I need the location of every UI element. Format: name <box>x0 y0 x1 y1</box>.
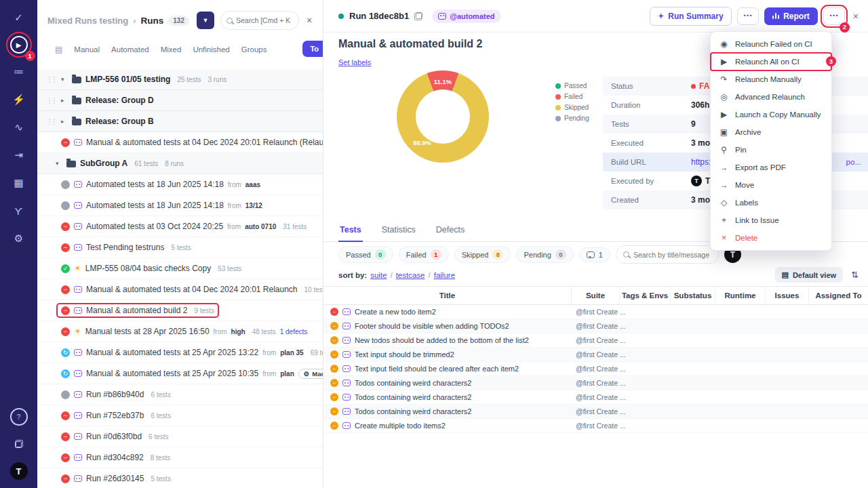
run-list-item[interactable]: ✓☀LMP-555 08/04 basic checks Copy53 test… <box>37 258 323 279</box>
run-list-item[interactable]: −Manual & automated tests at 04 Dec 2024… <box>37 132 323 153</box>
checklist-icon[interactable]: ≔ <box>9 62 28 81</box>
run-list-item[interactable]: −Manual & automated tests at 04 Dec 2024… <box>37 279 323 300</box>
test-row[interactable]: −Todos containing weird characters2@firs… <box>323 405 868 419</box>
menu-item-pin[interactable]: ⚲Pin <box>711 141 831 159</box>
run-list-item[interactable]: Automated tests at 18 Jun 2025 14:18from… <box>37 174 323 195</box>
menu-item-export-pdf[interactable]: →Export as PDF <box>711 159 831 176</box>
run-summary-button[interactable]: Run Summary <box>650 7 731 26</box>
settings-icon[interactable]: ⚙ <box>9 229 28 248</box>
filter-chip-failed[interactable]: Failed1 <box>399 246 449 263</box>
close-run-button[interactable]: × <box>853 11 859 22</box>
menu-item-move[interactable]: →Move <box>711 176 831 194</box>
runs-tab-unfinished[interactable]: Unfinished <box>193 45 229 54</box>
user-avatar[interactable]: T <box>10 462 28 480</box>
run-list-item[interactable]: ↻Manual & automated tests at 25 Apr 2025… <box>37 363 323 384</box>
test-row[interactable]: −Create a new todo item2@first Create ..… <box>323 305 868 319</box>
more-menu-button[interactable]: ⋯ 2 <box>823 7 845 25</box>
tests-search[interactable] <box>616 245 719 264</box>
set-labels-link[interactable]: Set labels <box>338 58 371 66</box>
detail-value-link[interactable]: po... <box>846 158 861 166</box>
runs-tab-groups[interactable]: Groups <box>241 45 267 54</box>
run-list-item[interactable]: ↻Manual & automated tests at 25 Apr 2025… <box>37 342 323 363</box>
run-list-item[interactable]: Automated tests at 18 Jun 2025 14:18from… <box>37 195 323 216</box>
group-row[interactable]: ⋮⋮▾LMP-556 01/05 testing25 tests3 runs <box>37 69 323 90</box>
run-list-item[interactable]: −Run #0d63f0bd6 tests <box>37 426 323 447</box>
drag-handle-icon[interactable]: ⋮⋮ <box>46 118 56 125</box>
group-row[interactable]: ⋮⋮▸Release: Group B <box>37 111 323 132</box>
column-header-substatus[interactable]: Substatus <box>671 287 715 304</box>
run-list-item[interactable]: −Manual & automated build 29 tests <box>37 300 323 321</box>
comments-filter-chip[interactable]: 1 <box>579 247 610 262</box>
test-row[interactable]: −Footer should be visible when adding TO… <box>323 319 868 333</box>
run-list-item[interactable]: −☀Manual tests at 28 Apr 2025 16:50fromh… <box>37 321 323 342</box>
menu-item-link-to-issue[interactable]: +Link to Issue <box>711 211 831 229</box>
column-header-tags-envs[interactable]: Tags & Envs <box>620 287 671 304</box>
breadcrumb-project[interactable]: Mixed Runs testing <box>47 16 128 26</box>
chevron-right-icon[interactable]: ▸ <box>61 118 68 125</box>
column-header-suite[interactable]: Suite <box>572 287 620 304</box>
column-header-assigned-to[interactable]: Assigned To <box>809 287 868 304</box>
group-row[interactable]: ⋮⋮▸Release: Group D <box>37 90 323 111</box>
filter-chip-skipped[interactable]: Skipped8 <box>454 246 511 263</box>
tab-tests[interactable]: Tests <box>338 222 363 242</box>
defects-count[interactable]: 1 defects <box>280 328 308 336</box>
chevron-down-icon[interactable]: ▾ <box>56 160 62 167</box>
copy-run-id-button[interactable] <box>414 12 422 20</box>
runs-play-icon[interactable]: ▶1 <box>10 36 28 54</box>
column-header-title[interactable]: Title <box>323 287 572 304</box>
runs-tab-automated[interactable]: Automated <box>111 45 149 54</box>
default-view-button[interactable]: ▤ Default view <box>775 267 844 283</box>
run-list-item[interactable]: −Run #d304c8928 tests <box>37 447 323 468</box>
runs-search-input[interactable] <box>236 16 293 24</box>
group-row[interactable]: ▾SubGroup A61 tests8 runs <box>37 153 323 174</box>
menu-item-delete[interactable]: ×Delete <box>711 229 831 247</box>
column-header-issues[interactable]: Issues <box>766 287 809 304</box>
test-row[interactable]: −Todos containing weird characters2@firs… <box>323 390 868 405</box>
more-actions-button[interactable]: ⋯ <box>737 7 759 25</box>
tab-cut[interactable]: To <box>302 41 323 57</box>
menu-item-relaunch-all-ci[interactable]: ▶Relaunch All on CI3 <box>711 53 831 70</box>
tab-statistics[interactable]: Statistics <box>380 222 417 241</box>
drag-handle-icon[interactable]: ⋮⋮ <box>46 97 56 104</box>
analytics-icon[interactable]: ▦ <box>9 174 28 192</box>
test-row[interactable]: −Todos containing weird characters2@firs… <box>323 376 868 390</box>
test-row[interactable]: −Text input should be trimmed2@first Cre… <box>323 348 868 362</box>
test-row[interactable]: −Create multiple todo items2@first Creat… <box>323 419 868 433</box>
menu-item-labels[interactable]: ◇Labels <box>711 194 831 211</box>
drag-handle-icon[interactable]: ⋮⋮ <box>46 76 56 83</box>
run-list-item[interactable]: −Test Pending testruns5 tests <box>37 237 323 258</box>
filter-chip-pending[interactable]: Pending0 <box>516 246 573 263</box>
run-list-item[interactable]: −Automated tests at 03 Oct 2024 20:25fro… <box>37 216 323 237</box>
run-list-item[interactable]: −Run #752eb37b6 tests <box>37 405 323 426</box>
sort-by-failure[interactable]: failure <box>434 271 455 279</box>
runs-search[interactable] <box>220 11 299 30</box>
menu-item-relaunch-manually[interactable]: ↷Relaunch Manually <box>711 70 831 88</box>
sort-by-testcase[interactable]: testcase <box>396 271 425 279</box>
tests-search-input[interactable] <box>633 251 709 259</box>
bolt-icon[interactable]: ⚡ <box>9 90 28 109</box>
panel-close-button[interactable]: × <box>307 15 312 26</box>
import-icon[interactable]: ⇥ <box>9 146 28 165</box>
adjust-columns-icon[interactable]: ⇅ <box>851 270 859 280</box>
tab-defects[interactable]: Defects <box>435 222 466 241</box>
pulse-icon[interactable]: ∿ <box>9 118 28 137</box>
sort-by-suite[interactable]: suite <box>370 271 387 279</box>
filter-button[interactable]: ▼ <box>197 12 214 29</box>
menu-item-advanced-relaunch[interactable]: ◎Advanced Relaunch <box>711 88 831 106</box>
automated-tag-chip[interactable]: @automated <box>432 9 500 23</box>
check-icon[interactable]: ✓ <box>9 8 28 27</box>
test-row[interactable]: −Text input field should be cleared afte… <box>323 362 868 376</box>
runs-tab-manual[interactable]: Manual <box>74 45 100 54</box>
help-icon[interactable]: ? <box>10 408 28 426</box>
run-list-item[interactable]: −Run #26d301455 tests <box>37 468 323 488</box>
branch-icon[interactable]: Ƴ <box>9 201 28 220</box>
runs-tab-mixed[interactable]: Mixed <box>161 45 182 54</box>
menu-item-archive[interactable]: ▣Archive <box>711 123 831 141</box>
projects-icon[interactable] <box>9 434 28 453</box>
menu-item-launch-copy-manually[interactable]: ▶Launch a Copy Manually <box>711 106 831 123</box>
column-header-runtime[interactable]: Runtime <box>715 287 766 304</box>
chevron-right-icon[interactable]: ▸ <box>61 97 68 104</box>
filter-chip-passed[interactable]: Passed0 <box>338 246 393 263</box>
report-button[interactable]: Report <box>764 7 818 25</box>
run-list-item[interactable]: Run #b86b940d6 tests <box>37 384 323 405</box>
